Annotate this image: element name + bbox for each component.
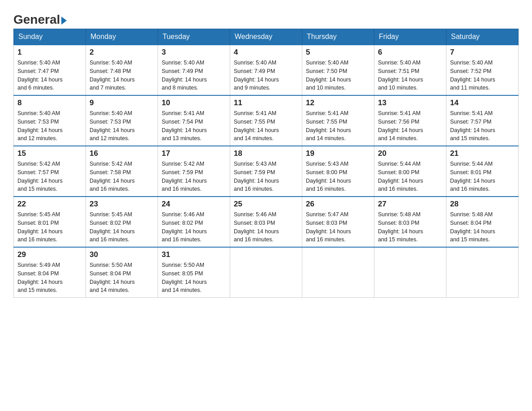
day-number: 23 [90, 200, 154, 209]
day-number: 10 [162, 98, 226, 107]
weekday-header-sunday: Sunday [14, 29, 86, 45]
weekday-header-saturday: Saturday [446, 29, 519, 45]
calendar-cell: 27 Sunrise: 5:48 AM Sunset: 8:03 PM Dayl… [374, 197, 446, 247]
day-number: 19 [306, 149, 370, 158]
calendar-cell: 1 Sunrise: 5:40 AM Sunset: 7:47 PM Dayli… [14, 45, 86, 95]
day-number: 25 [234, 200, 298, 209]
page-header: General [13, 9, 519, 24]
day-info: Sunrise: 5:48 AM Sunset: 8:04 PM Dayligh… [450, 210, 515, 244]
calendar-cell: 28 Sunrise: 5:48 AM Sunset: 8:04 PM Dayl… [446, 197, 519, 247]
calendar-cell: 25 Sunrise: 5:46 AM Sunset: 8:03 PM Dayl… [230, 197, 302, 247]
calendar-cell: 29 Sunrise: 5:49 AM Sunset: 8:04 PM Dayl… [14, 247, 86, 298]
day-number: 6 [378, 48, 442, 57]
calendar-cell: 19 Sunrise: 5:43 AM Sunset: 8:00 PM Dayl… [302, 146, 374, 197]
day-info: Sunrise: 5:40 AM Sunset: 7:53 PM Dayligh… [17, 109, 82, 143]
week-row-2: 8 Sunrise: 5:40 AM Sunset: 7:53 PM Dayli… [14, 95, 519, 146]
day-number: 18 [234, 149, 298, 158]
day-info: Sunrise: 5:40 AM Sunset: 7:50 PM Dayligh… [306, 59, 370, 92]
day-info: Sunrise: 5:49 AM Sunset: 8:04 PM Dayligh… [17, 261, 82, 295]
calendar-cell: 22 Sunrise: 5:45 AM Sunset: 8:01 PM Dayl… [14, 197, 86, 247]
calendar-cell: 7 Sunrise: 5:40 AM Sunset: 7:52 PM Dayli… [446, 45, 519, 95]
day-info: Sunrise: 5:46 AM Sunset: 8:02 PM Dayligh… [162, 210, 226, 244]
weekday-header-tuesday: Tuesday [158, 29, 230, 45]
calendar-cell: 4 Sunrise: 5:40 AM Sunset: 7:49 PM Dayli… [230, 45, 302, 95]
day-info: Sunrise: 5:45 AM Sunset: 8:01 PM Dayligh… [17, 210, 82, 244]
day-info: Sunrise: 5:40 AM Sunset: 7:49 PM Dayligh… [162, 59, 226, 92]
calendar-cell: 24 Sunrise: 5:46 AM Sunset: 8:02 PM Dayl… [158, 197, 230, 247]
day-info: Sunrise: 5:41 AM Sunset: 7:56 PM Dayligh… [378, 109, 442, 143]
day-info: Sunrise: 5:42 AM Sunset: 7:58 PM Dayligh… [90, 160, 154, 193]
day-info: Sunrise: 5:41 AM Sunset: 7:55 PM Dayligh… [306, 109, 370, 143]
day-info: Sunrise: 5:40 AM Sunset: 7:51 PM Dayligh… [378, 59, 442, 92]
day-number: 20 [378, 149, 442, 158]
day-info: Sunrise: 5:44 AM Sunset: 8:01 PM Dayligh… [450, 160, 515, 193]
day-number: 3 [162, 48, 226, 57]
day-info: Sunrise: 5:42 AM Sunset: 7:59 PM Dayligh… [162, 160, 226, 193]
calendar-cell: 26 Sunrise: 5:47 AM Sunset: 8:03 PM Dayl… [302, 197, 374, 247]
day-number: 12 [306, 98, 370, 107]
day-info: Sunrise: 5:40 AM Sunset: 7:47 PM Dayligh… [17, 59, 82, 92]
day-info: Sunrise: 5:45 AM Sunset: 8:02 PM Dayligh… [90, 210, 154, 244]
day-number: 9 [90, 98, 154, 107]
day-info: Sunrise: 5:42 AM Sunset: 7:57 PM Dayligh… [17, 160, 82, 193]
weekday-header-friday: Friday [374, 29, 446, 45]
day-number: 21 [450, 149, 515, 158]
day-info: Sunrise: 5:41 AM Sunset: 7:57 PM Dayligh… [450, 109, 515, 143]
day-number: 31 [162, 250, 226, 259]
week-row-3: 15 Sunrise: 5:42 AM Sunset: 7:57 PM Dayl… [14, 146, 519, 197]
day-info: Sunrise: 5:41 AM Sunset: 7:54 PM Dayligh… [162, 109, 226, 143]
day-number: 22 [17, 200, 82, 209]
day-info: Sunrise: 5:40 AM Sunset: 7:49 PM Dayligh… [234, 59, 298, 92]
calendar-cell: 12 Sunrise: 5:41 AM Sunset: 7:55 PM Dayl… [302, 95, 374, 146]
calendar-cell: 17 Sunrise: 5:42 AM Sunset: 7:59 PM Dayl… [158, 146, 230, 197]
day-number: 17 [162, 149, 226, 158]
day-number: 11 [234, 98, 298, 107]
calendar-cell: 14 Sunrise: 5:41 AM Sunset: 7:57 PM Dayl… [446, 95, 519, 146]
calendar-cell: 16 Sunrise: 5:42 AM Sunset: 7:58 PM Dayl… [86, 146, 158, 197]
calendar-cell [374, 247, 446, 298]
week-row-1: 1 Sunrise: 5:40 AM Sunset: 7:47 PM Dayli… [14, 45, 519, 95]
day-number: 30 [90, 250, 154, 259]
calendar-cell [446, 247, 519, 298]
week-row-5: 29 Sunrise: 5:49 AM Sunset: 8:04 PM Dayl… [14, 247, 519, 298]
logo-text: General [13, 13, 67, 26]
calendar-cell: 20 Sunrise: 5:44 AM Sunset: 8:00 PM Dayl… [374, 146, 446, 197]
weekday-header-wednesday: Wednesday [230, 29, 302, 45]
calendar-cell: 9 Sunrise: 5:40 AM Sunset: 7:53 PM Dayli… [86, 95, 158, 146]
day-number: 15 [17, 149, 82, 158]
day-info: Sunrise: 5:41 AM Sunset: 7:55 PM Dayligh… [234, 109, 298, 143]
calendar-cell [302, 247, 374, 298]
day-info: Sunrise: 5:48 AM Sunset: 8:03 PM Dayligh… [378, 210, 442, 244]
weekday-header-monday: Monday [86, 29, 158, 45]
day-info: Sunrise: 5:46 AM Sunset: 8:03 PM Dayligh… [234, 210, 298, 244]
day-number: 29 [17, 250, 82, 259]
calendar-cell [230, 247, 302, 298]
day-number: 4 [234, 48, 298, 57]
day-info: Sunrise: 5:40 AM Sunset: 7:53 PM Dayligh… [90, 109, 154, 143]
calendar-cell: 21 Sunrise: 5:44 AM Sunset: 8:01 PM Dayl… [446, 146, 519, 197]
day-number: 13 [378, 98, 442, 107]
day-number: 5 [306, 48, 370, 57]
calendar-cell: 11 Sunrise: 5:41 AM Sunset: 7:55 PM Dayl… [230, 95, 302, 146]
calendar-cell: 10 Sunrise: 5:41 AM Sunset: 7:54 PM Dayl… [158, 95, 230, 146]
day-number: 8 [17, 98, 82, 107]
day-info: Sunrise: 5:40 AM Sunset: 7:48 PM Dayligh… [90, 59, 154, 92]
day-info: Sunrise: 5:50 AM Sunset: 8:05 PM Dayligh… [162, 261, 226, 295]
calendar-cell: 31 Sunrise: 5:50 AM Sunset: 8:05 PM Dayl… [158, 247, 230, 298]
logo: General [13, 13, 67, 24]
day-number: 26 [306, 200, 370, 209]
day-number: 1 [17, 48, 82, 57]
day-info: Sunrise: 5:50 AM Sunset: 8:04 PM Dayligh… [90, 261, 154, 295]
week-row-4: 22 Sunrise: 5:45 AM Sunset: 8:01 PM Dayl… [14, 197, 519, 247]
day-number: 2 [90, 48, 154, 57]
calendar-table: SundayMondayTuesdayWednesdayThursdayFrid… [13, 29, 519, 298]
day-number: 14 [450, 98, 515, 107]
day-info: Sunrise: 5:44 AM Sunset: 8:00 PM Dayligh… [378, 160, 442, 193]
logo-general: General [13, 13, 67, 26]
day-number: 7 [450, 48, 515, 57]
day-info: Sunrise: 5:43 AM Sunset: 8:00 PM Dayligh… [306, 160, 370, 193]
calendar-cell: 3 Sunrise: 5:40 AM Sunset: 7:49 PM Dayli… [158, 45, 230, 95]
calendar-cell: 30 Sunrise: 5:50 AM Sunset: 8:04 PM Dayl… [86, 247, 158, 298]
day-info: Sunrise: 5:43 AM Sunset: 7:59 PM Dayligh… [234, 160, 298, 193]
calendar-cell: 23 Sunrise: 5:45 AM Sunset: 8:02 PM Dayl… [86, 197, 158, 247]
